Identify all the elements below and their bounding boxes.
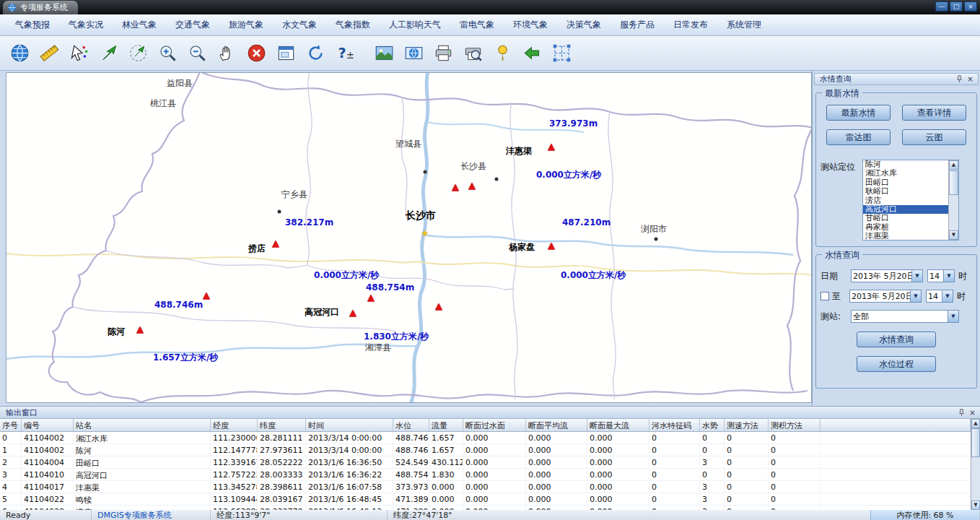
full-extent-icon[interactable]: [272, 40, 299, 67]
output-close-icon[interactable]: ×: [968, 408, 977, 417]
menu-item-气象指数[interactable]: 气象指数: [326, 14, 380, 35]
menu-item-交通气象[interactable]: 交通气象: [166, 14, 219, 35]
hour-to-combo[interactable]: 14 ▼: [926, 290, 953, 303]
view-detail-button[interactable]: 查看详情: [902, 105, 966, 121]
menu-item-日常发布[interactable]: 日常发布: [664, 14, 717, 35]
column-header-12[interactable]: 河水特征码: [649, 419, 700, 431]
menu-item-决策气象[interactable]: 决策气象: [557, 14, 611, 35]
column-header-8[interactable]: 流量: [429, 419, 463, 431]
menu-item-林业气象[interactable]: 林业气象: [113, 14, 166, 35]
menu-item-服务产品[interactable]: 服务产品: [611, 14, 664, 35]
station-list-item[interactable]: 甘峪口: [863, 214, 948, 222]
map-canvas[interactable]: 益阳县桃江县宁乡县望城县长沙县浏阳市湘潭县长沙市沣惠渠杨家盘捞店陈河高冠河口37…: [6, 72, 812, 403]
station-list-item[interactable]: 湘江水库: [863, 169, 948, 178]
minimize-button[interactable]: —: [935, 1, 948, 12]
station-select-combo[interactable]: 全部 ▼: [851, 310, 959, 323]
station-list-scrollbar[interactable]: ▲ ▼: [948, 160, 958, 240]
grid-select-icon[interactable]: [548, 40, 575, 67]
station-marker-icon[interactable]: ▲: [548, 240, 555, 251]
maximize-button[interactable]: □: [950, 1, 963, 12]
station-marker-icon[interactable]: ▲: [349, 307, 356, 318]
delete-icon[interactable]: [242, 40, 270, 67]
table-row[interactable]: 141104002陈河112.14777827.9736112013/3/14 …: [0, 444, 971, 456]
scroll-down-icon[interactable]: ▼: [949, 230, 958, 240]
menu-item-系统管理[interactable]: 系统管理: [717, 14, 771, 35]
column-header-5[interactable]: 纬度: [258, 419, 306, 431]
table-row[interactable]: 241104004田峪口112.33916728.0522222013/1/6 …: [0, 456, 971, 469]
zoom-out-icon[interactable]: [183, 40, 211, 67]
station-marker-icon[interactable]: ▲: [272, 238, 279, 248]
measure-icon[interactable]: [35, 40, 63, 67]
column-header-11[interactable]: 断面最大流: [587, 419, 649, 431]
select-green-icon[interactable]: [95, 40, 122, 67]
radar-chart-button[interactable]: 雷达图: [826, 129, 891, 145]
table-row[interactable]: 641104028涝店112.66388928.2327782013/1/6 1…: [0, 506, 971, 510]
select-point-icon[interactable]: [65, 40, 92, 67]
select-circle-icon[interactable]: [124, 40, 152, 67]
table-row[interactable]: 341104010高冠河口112.75722228.0033332013/1/6…: [0, 469, 971, 481]
output-scrollbar[interactable]: ▲ ▼: [971, 419, 980, 510]
scroll-thumb[interactable]: [949, 170, 958, 195]
marker-icon[interactable]: [489, 40, 516, 67]
chevron-down-icon[interactable]: ▼: [948, 311, 958, 322]
pan-icon[interactable]: [213, 40, 240, 67]
chevron-down-icon[interactable]: ▼: [942, 290, 953, 302]
column-header-9[interactable]: 断面过水面: [463, 419, 526, 431]
close-button[interactable]: ×: [964, 1, 977, 12]
menu-item-水文气象[interactable]: 水文气象: [273, 14, 326, 35]
back-icon[interactable]: [518, 40, 546, 67]
menu-item-气象实况[interactable]: 气象实况: [59, 14, 113, 35]
menu-item-旅游气象[interactable]: 旅游气象: [219, 14, 273, 35]
column-header-15[interactable]: 测积方法: [769, 419, 821, 431]
refresh-icon[interactable]: [302, 40, 329, 67]
column-header-14[interactable]: 测速方法: [725, 419, 769, 431]
app-tab[interactable]: 专项服务系统: [3, 1, 78, 14]
menu-item-环境气象[interactable]: 环境气象: [504, 14, 557, 35]
column-header-1[interactable]: 序号: [0, 419, 22, 431]
column-header-2[interactable]: 编号: [22, 419, 74, 431]
cloud-image-button[interactable]: 云图: [902, 129, 966, 145]
station-marker-icon[interactable]: ▲: [203, 290, 210, 300]
table-row[interactable]: 441104017沣惠渠113.34527828.3986112013/1/6 …: [0, 481, 971, 493]
latest-water-button[interactable]: 最新水情: [826, 105, 891, 121]
station-marker-icon[interactable]: ▲: [136, 324, 144, 334]
station-marker-icon[interactable]: ▲: [452, 181, 459, 192]
menu-item-气象预报[interactable]: 气象预报: [6, 14, 59, 35]
menu-item-人工影响天气[interactable]: 人工影响天气: [380, 14, 450, 35]
station-list-item[interactable]: 耿峪口: [863, 187, 948, 196]
column-header-13[interactable]: 水势: [700, 419, 725, 431]
station-list-item[interactable]: 沣惠渠: [863, 232, 948, 240]
menu-item-雷电气象[interactable]: 雷电气象: [450, 14, 504, 35]
station-marker-icon[interactable]: ▲: [435, 300, 442, 311]
scroll-down-icon[interactable]: ▼: [971, 500, 980, 510]
chevron-down-icon[interactable]: ▼: [911, 270, 922, 282]
globe-icon[interactable]: [6, 40, 33, 67]
column-header-4[interactable]: 经度: [211, 419, 258, 431]
to-date-checkbox[interactable]: [821, 292, 829, 300]
table-row[interactable]: 041104002湘江水库111.23000028.2811112013/3/1…: [0, 432, 971, 444]
scroll-up-icon[interactable]: ▲: [949, 160, 958, 170]
date-from-combo[interactable]: 2013年 5月20日 ▼: [851, 269, 923, 282]
layer-globe-icon[interactable]: [400, 40, 427, 67]
water-query-button[interactable]: 水情查询: [857, 332, 936, 347]
column-header-6[interactable]: 时间: [306, 419, 393, 431]
table-row[interactable]: 541104022鸣犊113.10944428.0391672013/1/6 1…: [0, 493, 971, 506]
print-preview-icon[interactable]: [459, 40, 486, 67]
panel-close-icon[interactable]: ×: [966, 74, 975, 84]
scroll-thumb[interactable]: [971, 428, 980, 457]
hour-from-combo[interactable]: 14 ▼: [927, 269, 955, 282]
pin-icon[interactable]: [957, 408, 966, 417]
chevron-down-icon[interactable]: ▼: [943, 270, 954, 282]
chevron-down-icon[interactable]: ▼: [910, 290, 921, 302]
zoom-in-icon[interactable]: [154, 40, 181, 67]
identify-icon[interactable]: ?±: [331, 40, 359, 67]
water-level-process-button[interactable]: 水位过程: [857, 356, 936, 372]
date-to-combo[interactable]: 2013年 5月20日 ▼: [849, 290, 922, 303]
station-marker-icon[interactable]: ▲: [548, 141, 555, 152]
scroll-up-icon[interactable]: ▲: [971, 419, 980, 428]
column-header-3[interactable]: 站名: [74, 419, 211, 431]
layer-image-icon[interactable]: [370, 40, 398, 67]
column-header-10[interactable]: 断面平均流: [526, 419, 587, 431]
pin-icon[interactable]: [955, 74, 964, 84]
column-header-7[interactable]: 水位: [393, 419, 429, 431]
